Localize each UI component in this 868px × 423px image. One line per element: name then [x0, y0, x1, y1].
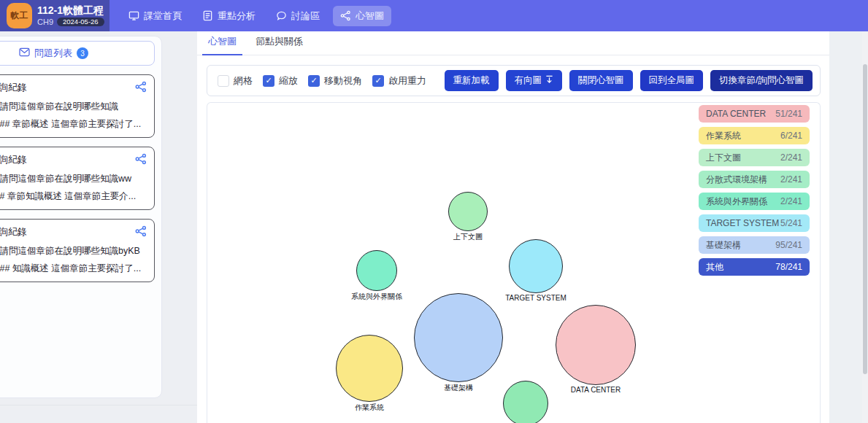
legend-item-system-external-relations[interactable]: 系統與外界關係 2/241: [699, 193, 810, 210]
navbar-menu: 課堂首頁 重點分析 討論區 心智圖: [121, 6, 391, 26]
mindmap-node-作業系統[interactable]: [336, 335, 403, 402]
mindmap-bubble-chart[interactable]: DATA CENTER 51/241 作業系統 6/241 上下文圖 2/241…: [207, 102, 821, 423]
scrollbar-thumb[interactable]: [863, 64, 867, 374]
legend-item-os[interactable]: 作業系統 6/241: [699, 127, 810, 144]
checkbox-zoom[interactable]: 縮放: [263, 74, 298, 88]
mindmap-node[interactable]: [503, 381, 548, 423]
legend-count: 5/241: [780, 218, 802, 228]
legend-count: 2/241: [780, 152, 802, 163]
query-record-card[interactable]: CH9的查詢紀錄 詢問內容:請問這個章節在說明哪些知識ww 回答內容:# 章節知…: [0, 147, 155, 210]
mindmap-node-系統與外界關係[interactable]: [356, 250, 397, 291]
checkbox-label: 網格: [234, 74, 253, 88]
checkbox-grid[interactable]: 網格: [218, 74, 253, 88]
checkbox-box[interactable]: [263, 75, 274, 87]
mindmap-icon: [340, 10, 351, 21]
nav-item-label: 重點分析: [218, 9, 256, 23]
mindmap-node-DATA CENTER[interactable]: [556, 305, 636, 385]
legend-item-distributed-architecture[interactable]: 分散式環境架構 2/241: [699, 171, 810, 188]
query-history-sidebar: 問題列表 3 CH9的查詢紀錄 詢問內容:請問這個章節在說明哪些知識 回答內容:…: [0, 36, 162, 398]
reload-button-label: 重新加載: [453, 74, 490, 87]
legend-label: DATA CENTER: [706, 109, 766, 119]
course-logo-text: 軟工: [11, 9, 28, 22]
legend-item-context-diagram[interactable]: 上下文圖 2/241: [699, 149, 810, 166]
query-record-card[interactable]: CH9的查詢紀錄 詢問內容:請問這個章節在說明哪些知識 回答內容:## 章節概述…: [0, 74, 155, 138]
checkbox-box[interactable]: [218, 75, 229, 87]
question-list-button[interactable]: 問題列表 3: [0, 41, 155, 66]
course-title-block: 112-1軟體工程 CH9 2024-05-26: [37, 5, 104, 27]
open-mindmap-icon[interactable]: [135, 81, 147, 96]
query-question-text: 詢問內容:請問這個章節在說明哪些知識byKB: [0, 245, 147, 257]
envelope-icon: [19, 47, 30, 59]
query-answer-text: 回答內容:## 章節概述 這個章節主要探討了...: [0, 118, 147, 131]
legend-count: 51/241: [775, 109, 802, 119]
discussion-icon: [276, 10, 287, 21]
legend-item-target-system[interactable]: TARGET SYSTEM 5/241: [699, 214, 810, 232]
open-mindmap-icon[interactable]: [135, 153, 147, 168]
mindmap-node-label: TARGET SYSTEM: [485, 294, 587, 302]
back-to-global-button[interactable]: 回到全局圖: [640, 70, 704, 91]
open-mindmap-icon[interactable]: [135, 225, 147, 240]
chart-legend: DATA CENTER 51/241 作業系統 6/241 上下文圖 2/241…: [699, 105, 810, 280]
question-count-badge: 3: [77, 47, 88, 59]
nav-item-classroom-home[interactable]: 課堂首頁: [121, 6, 189, 26]
close-mindmap-button[interactable]: 關閉心智圖: [569, 70, 633, 91]
tab-mindmap[interactable]: 心智圖: [208, 35, 237, 55]
checkbox-label: 啟用重力: [388, 74, 426, 88]
nav-item-label: 心智圖: [356, 9, 384, 23]
back-to-global-button-label: 回到全局圖: [649, 74, 695, 87]
toggle-chapter-query-mindmap-button-label: 切換章節/詢問心智圖: [719, 74, 804, 87]
question-list-label: 問題列表: [34, 47, 72, 60]
query-answer-text: 回答內容:# 章節知識概述 這個章節主要介...: [0, 190, 147, 203]
checkbox-label: 縮放: [279, 74, 298, 88]
chapter-label: CH9: [37, 18, 53, 26]
mindmap-node-上下文圖[interactable]: [448, 192, 488, 231]
legend-item-other[interactable]: 其他 78/241: [699, 258, 810, 276]
checkbox-pan-view[interactable]: 移動視角: [308, 74, 362, 88]
top-navbar: 軟工 112-1軟體工程 CH9 2024-05-26 課堂首頁 重點分析: [0, 0, 868, 31]
course-title: 112-1軟體工程: [37, 5, 104, 16]
legend-label: 基礎架構: [706, 239, 741, 252]
page-scrollbar[interactable]: [862, 31, 868, 423]
close-mindmap-button-label: 關閉心智圖: [578, 74, 624, 87]
mindmap-node-label: DATA CENTER: [545, 386, 647, 394]
tab-nodes-relations[interactable]: 節點與關係: [256, 35, 303, 55]
mindmap-node-基礎架構[interactable]: [414, 293, 503, 382]
nav-item-highlight-analysis[interactable]: 重點分析: [195, 6, 263, 26]
query-card-title: CH9的查詢紀錄: [0, 81, 27, 94]
nav-item-mindmap[interactable]: 心智圖: [333, 6, 391, 26]
legend-label: 其他: [706, 261, 723, 273]
legend-item-infrastructure[interactable]: 基礎架構 95/241: [699, 236, 810, 254]
legend-count: 2/241: [780, 196, 802, 206]
query-question-text: 詢問內容:請問這個章節在說明哪些知識: [0, 101, 147, 113]
nav-item-label: 討論區: [291, 9, 320, 23]
mindmap-node-TARGET SYSTEM[interactable]: [509, 239, 563, 293]
arrow-down-to-bar-icon: [545, 75, 553, 86]
nav-item-label: 課堂首頁: [144, 9, 182, 23]
toolbar-buttons: 重新加載 有向圖 關閉心智圖 回到全局圖 切換章節/詢問心智圖: [445, 70, 813, 91]
legend-item-data-center[interactable]: DATA CENTER 51/241: [699, 105, 810, 123]
navbar-brand: 軟工 112-1軟體工程 CH9 2024-05-26: [0, 0, 110, 31]
checkbox-box[interactable]: [372, 75, 384, 87]
query-answer-text: 回答內容:## 知識概述 這個章節主要探討了...: [0, 263, 147, 275]
toolbar-checkbox-group: 網格 縮放 移動視角 啟用重力: [218, 74, 426, 88]
legend-label: 系統與外界關係: [706, 195, 767, 208]
toggle-chapter-query-mindmap-button[interactable]: 切換章節/詢問心智圖: [710, 70, 813, 91]
main-panel: 心智圖 節點與關係 網格 縮放 移動視角 啟用重力: [197, 31, 829, 423]
page: 軟工 112-1軟體工程 CH9 2024-05-26 課堂首頁 重點分析: [0, 0, 868, 423]
mindmap-toolbar: 網格 縮放 移動視角 啟用重力 重新加載: [207, 65, 821, 96]
classroom-home-icon: [128, 10, 139, 21]
directed-graph-button-label: 有向圖: [515, 74, 542, 87]
legend-label: 作業系統: [706, 130, 741, 142]
legend-count: 78/241: [775, 262, 802, 272]
checkbox-gravity[interactable]: 啟用重力: [372, 74, 426, 88]
nav-item-discussion[interactable]: 討論區: [269, 6, 327, 26]
directed-graph-button[interactable]: 有向圖: [506, 70, 563, 91]
reload-button[interactable]: 重新加載: [445, 70, 499, 91]
legend-count: 95/241: [775, 240, 802, 250]
checkbox-box[interactable]: [308, 75, 320, 87]
mindmap-node-label: 基礎架構: [407, 383, 510, 393]
query-card-title: CH9的查詢紀錄: [0, 225, 27, 238]
highlight-analysis-icon: [202, 10, 213, 21]
query-record-card[interactable]: CH9的查詢紀錄 詢問內容:請問這個章節在說明哪些知識byKB 回答內容:## …: [0, 219, 155, 282]
view-tabbar: 心智圖 節點與關係: [197, 31, 829, 55]
